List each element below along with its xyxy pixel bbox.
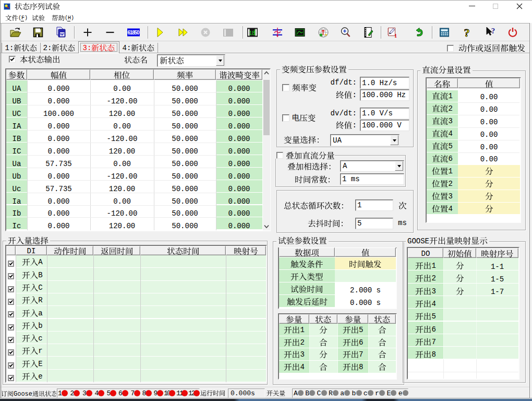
svg-text:1: 1	[394, 32, 397, 39]
svg-text:?: ?	[491, 27, 495, 35]
svg-text:18: 18	[249, 30, 255, 36]
svg-text:?: ?	[464, 26, 470, 39]
svg-text:61850: 61850	[128, 30, 140, 36]
